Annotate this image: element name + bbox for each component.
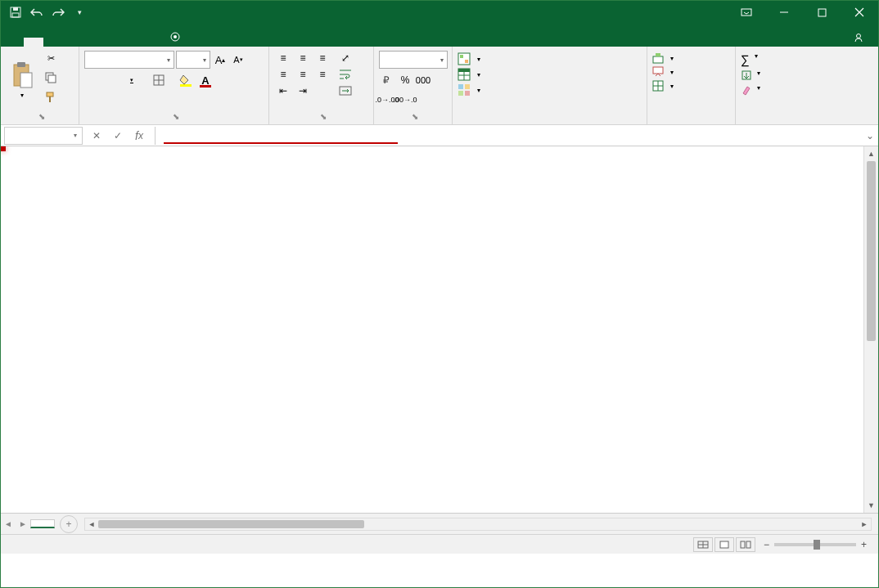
align-center-icon[interactable]: ≡	[294, 67, 312, 82]
scroll-down-icon[interactable]: ▼	[864, 498, 878, 513]
hscroll-thumb[interactable]	[98, 520, 364, 528]
close-icon[interactable]	[841, 1, 878, 24]
wrap-text-icon[interactable]	[336, 67, 354, 82]
tab-insert[interactable]	[43, 38, 63, 47]
svg-rect-11	[20, 73, 32, 88]
assistant-button[interactable]	[161, 27, 192, 47]
align-top-icon[interactable]: ≡	[274, 51, 292, 65]
insert-cells-button[interactable]: ▾	[652, 52, 730, 64]
page-layout-view-icon[interactable]	[714, 537, 734, 552]
scroll-left-icon[interactable]: ◄	[85, 520, 98, 528]
autosum-icon[interactable]: ∑	[741, 52, 750, 66]
align-middle-icon[interactable]: ≡	[294, 51, 312, 65]
minimize-icon[interactable]	[765, 1, 803, 24]
quick-access-toolbar: ▾	[1, 2, 89, 22]
align-bottom-icon[interactable]: ≡	[313, 51, 331, 65]
paste-button[interactable]: ▾	[6, 49, 38, 112]
sheet-nav-prev-icon[interactable]: ◄	[1, 519, 16, 528]
tab-file[interactable]	[4, 38, 24, 47]
fill-icon[interactable]	[741, 70, 752, 81]
zoom-in-icon[interactable]: +	[861, 539, 867, 550]
formula-input[interactable]	[160, 127, 862, 145]
delete-cells-button[interactable]: ▾	[652, 66, 730, 78]
copy-icon[interactable]	[42, 69, 60, 87]
svg-rect-3	[742, 9, 751, 16]
borders-icon[interactable]	[151, 72, 167, 88]
redo-icon[interactable]	[48, 2, 68, 22]
grow-font-icon[interactable]: A▴	[212, 52, 228, 68]
clipboard-launcher-icon[interactable]: ⬊	[38, 112, 45, 121]
svg-rect-19	[180, 84, 192, 87]
share-button[interactable]	[842, 29, 878, 47]
accounting-icon[interactable]: ₽	[379, 72, 395, 88]
align-launcher-icon[interactable]: ⬊	[320, 112, 327, 121]
svg-rect-35	[653, 67, 663, 74]
normal-view-icon[interactable]	[693, 537, 713, 552]
tab-data[interactable]	[102, 38, 122, 47]
tab-review[interactable]	[122, 38, 142, 47]
format-cells-button[interactable]: ▾	[652, 80, 730, 92]
page-break-view-icon[interactable]	[736, 537, 755, 552]
scroll-thumb[interactable]	[867, 161, 876, 341]
qat-customize-icon[interactable]: ▾	[70, 2, 89, 22]
shrink-font-icon[interactable]: A▾	[230, 52, 246, 68]
fill-color-icon[interactable]	[178, 72, 194, 88]
maximize-icon[interactable]	[803, 1, 841, 24]
active-cell-highlight	[1, 146, 6, 151]
vertical-scrollbar[interactable]: ▲ ▼	[863, 146, 878, 513]
tab-layout[interactable]	[63, 38, 83, 47]
svg-point-8	[857, 34, 861, 38]
zoom-slider[interactable]	[774, 543, 856, 546]
cut-icon[interactable]: ✂	[42, 49, 60, 67]
underline-button[interactable]: ▾	[124, 72, 140, 88]
decrease-decimal-icon[interactable]: .00→.0	[397, 92, 413, 108]
scroll-right-icon[interactable]: ►	[858, 520, 871, 528]
ribbon-options-icon[interactable]	[728, 1, 765, 24]
svg-rect-42	[741, 541, 745, 548]
tab-home[interactable]	[24, 38, 43, 47]
window-controls	[728, 1, 878, 24]
italic-button[interactable]	[104, 72, 120, 88]
merge-icon[interactable]	[336, 83, 354, 98]
scroll-up-icon[interactable]: ▲	[864, 146, 878, 161]
tab-view[interactable]	[142, 38, 161, 47]
font-size-combo[interactable]: ▾	[176, 51, 210, 69]
cancel-formula-icon[interactable]: ✕	[86, 127, 107, 145]
number-format-combo[interactable]: ▾	[379, 51, 448, 69]
expand-formula-bar-icon[interactable]: ⌄	[862, 130, 878, 141]
tab-formulas[interactable]	[83, 38, 102, 47]
font-launcher-icon[interactable]: ⬊	[173, 112, 179, 121]
save-icon[interactable]	[6, 2, 25, 22]
align-left-icon[interactable]: ≡	[274, 67, 292, 82]
horizontal-scrollbar[interactable]: ◄ ►	[84, 518, 872, 531]
comma-icon[interactable]: 000	[415, 72, 431, 88]
sheet-tab[interactable]	[30, 519, 55, 528]
svg-rect-2	[12, 13, 19, 17]
percent-icon[interactable]: %	[397, 72, 413, 88]
undo-icon[interactable]	[27, 2, 47, 22]
title-bar: ▾	[1, 1, 878, 24]
zoom-out-icon[interactable]: −	[764, 539, 769, 550]
format-painter-icon[interactable]	[42, 88, 60, 106]
svg-rect-14	[47, 92, 53, 97]
number-launcher-icon[interactable]: ⬊	[412, 112, 418, 121]
conditional-formatting-button[interactable]: ▾	[458, 52, 642, 65]
bold-button[interactable]	[84, 72, 101, 88]
format-as-table-button[interactable]: ▾	[458, 68, 642, 81]
decrease-indent-icon[interactable]: ⇤	[274, 83, 292, 98]
increase-indent-icon[interactable]: ⇥	[294, 83, 312, 98]
insert-function-icon[interactable]: fx	[128, 127, 150, 145]
align-right-icon[interactable]: ≡	[313, 67, 331, 82]
svg-rect-15	[49, 97, 51, 102]
font-name-combo[interactable]: ▾	[84, 51, 174, 69]
orientation-icon[interactable]: ⤢	[336, 51, 354, 65]
enter-formula-icon[interactable]: ✓	[107, 127, 128, 145]
clear-icon[interactable]	[741, 84, 752, 96]
sheet-nav-next-icon[interactable]: ►	[16, 519, 30, 528]
worksheet-grid[interactable]: ▲ ▼	[1, 146, 878, 513]
name-box[interactable]: ▾	[4, 127, 83, 145]
font-color-icon[interactable]: A	[197, 72, 214, 88]
add-sheet-icon[interactable]: +	[60, 515, 78, 533]
ribbon-tab-strip	[1, 24, 878, 47]
cell-styles-button[interactable]: ▾	[458, 83, 642, 97]
